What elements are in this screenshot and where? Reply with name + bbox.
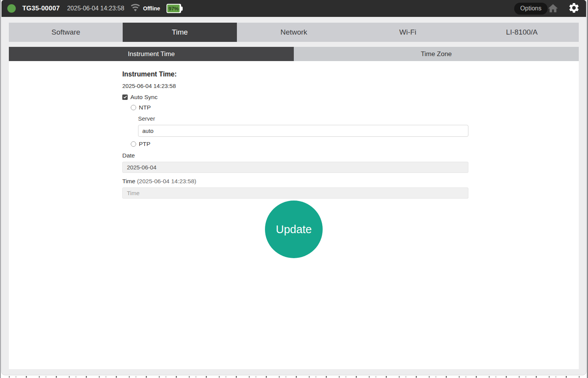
topbar-timestamp: 2025-06-04 14:23:58	[67, 5, 124, 12]
options-tooltip[interactable]: Options	[514, 3, 548, 15]
server-label: Server	[138, 116, 579, 122]
tab-li8100a[interactable]: LI-8100/A	[465, 23, 579, 42]
home-icon	[547, 9, 559, 15]
subtab-time-zone[interactable]: Time Zone	[294, 47, 579, 61]
time-label: Time (2025-06-04 14:23:58)	[122, 178, 579, 184]
subtab-instrument-time[interactable]: Instrument Time	[9, 47, 294, 61]
ntp-radio[interactable]	[131, 105, 136, 110]
gear-icon	[568, 2, 580, 15]
tab-network[interactable]: Network	[237, 23, 351, 42]
auto-sync-row: Auto Sync	[122, 94, 579, 100]
topbar: TG35-00007 2025-06-04 14:23:58 Offline 9…	[2, 0, 586, 17]
wifi-icon	[130, 3, 141, 14]
chrome-area: Software Time Network Wi-Fi LI-8100/A In…	[2, 23, 586, 369]
battery-fill: 97%	[167, 5, 180, 12]
form-heading: Instrument Time:	[122, 70, 579, 78]
check-icon	[123, 94, 127, 101]
battery-nub	[181, 7, 183, 11]
battery-body: 97%	[167, 4, 181, 13]
time-label-suffix: (2025-06-04 14:23:58)	[137, 178, 196, 184]
device-name: TG35-00007	[22, 5, 60, 12]
current-instrument-time: 2025-06-04 14:23:58	[122, 83, 579, 89]
tab-time[interactable]: Time	[123, 23, 237, 42]
tab-wifi[interactable]: Wi-Fi	[351, 23, 465, 42]
sub-tab-bar: Instrument Time Time Zone	[9, 47, 579, 61]
settings-button[interactable]	[568, 2, 580, 15]
app-window: TG35-00007 2025-06-04 14:23:58 Offline 9…	[0, 0, 588, 378]
clipped-text-strip	[4, 376, 584, 378]
wifi-indicator: Offline	[130, 3, 160, 14]
date-input[interactable]	[122, 162, 468, 173]
instrument-time-panel: Instrument Time: 2025-06-04 14:23:58 Aut…	[9, 61, 579, 369]
ptp-label: PTP	[139, 141, 150, 148]
home-button[interactable]	[547, 3, 559, 14]
update-button[interactable]: Update	[265, 201, 323, 258]
status-dot-icon	[7, 4, 16, 13]
time-label-text: Time	[122, 178, 135, 184]
topbar-right-cluster: Options	[514, 0, 580, 17]
battery-percent: 97%	[168, 6, 178, 12]
server-input[interactable]	[138, 125, 468, 137]
auto-sync-checkbox[interactable]	[122, 94, 128, 100]
time-input[interactable]	[122, 187, 468, 199]
app-card: TG35-00007 2025-06-04 14:23:58 Offline 9…	[1, 0, 586, 375]
ptp-radio[interactable]	[131, 141, 136, 147]
ptp-row: PTP	[131, 141, 579, 147]
update-button-wrap: Update	[9, 201, 579, 258]
date-label: Date	[122, 152, 579, 159]
ntp-row: NTP	[131, 104, 579, 111]
ntp-label: NTP	[139, 104, 151, 111]
tab-software[interactable]: Software	[9, 23, 123, 42]
main-tab-bar: Software Time Network Wi-Fi LI-8100/A	[9, 23, 579, 42]
wifi-status-label: Offline	[143, 5, 160, 12]
auto-sync-label: Auto Sync	[130, 94, 158, 101]
battery-icon: 97%	[167, 4, 183, 13]
